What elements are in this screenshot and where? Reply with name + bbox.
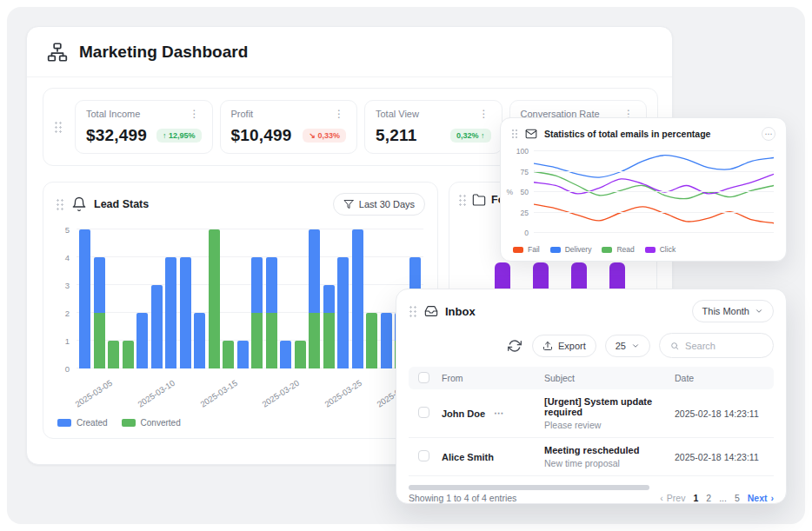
created-segment bbox=[165, 257, 176, 368]
stacked-bar[interactable] bbox=[381, 229, 392, 368]
column-header-subject: Subject bbox=[541, 373, 671, 383]
converted-segment bbox=[209, 229, 220, 368]
stacked-bar[interactable] bbox=[280, 229, 291, 368]
stacked-bar[interactable] bbox=[323, 229, 335, 368]
legend-label: Created bbox=[77, 418, 108, 428]
stacked-bar[interactable] bbox=[180, 229, 191, 368]
converted-segment bbox=[123, 341, 134, 368]
created-segment bbox=[79, 229, 90, 368]
row-checkbox[interactable] bbox=[418, 407, 429, 418]
prev-button[interactable]: ‹ Prev bbox=[660, 493, 685, 503]
kebab-menu-icon[interactable]: ⋮ bbox=[188, 109, 202, 119]
select-all-checkbox[interactable] bbox=[418, 372, 429, 383]
lead-stats-legend: Created Converted bbox=[57, 418, 181, 428]
email-preview: New time proposal bbox=[544, 458, 668, 468]
row-menu-button[interactable]: ⋯ bbox=[494, 408, 504, 419]
filter-button[interactable]: Last 30 Days bbox=[333, 193, 425, 216]
search-icon bbox=[670, 341, 679, 351]
drag-handle-icon[interactable] bbox=[511, 129, 518, 139]
kebab-menu-icon[interactable]: ⋮ bbox=[477, 109, 491, 119]
page-1[interactable]: 1 bbox=[693, 493, 698, 503]
widget-menu-button[interactable]: ⋯ bbox=[762, 127, 775, 141]
gridline bbox=[534, 232, 774, 233]
stacked-bar[interactable] bbox=[194, 229, 205, 368]
scrollbar-thumb[interactable] bbox=[409, 485, 649, 490]
email-subject: Meeting rescheduled bbox=[544, 445, 668, 455]
created-segment bbox=[381, 313, 392, 368]
created-segment bbox=[94, 257, 105, 313]
stacked-bar[interactable] bbox=[337, 229, 349, 368]
inbox-card: Inbox This Month bbox=[396, 289, 787, 504]
email-stats-svg bbox=[534, 151, 774, 233]
stat-card-total-view: Total View ⋮ 5,211 0,32% ↑ bbox=[364, 100, 503, 154]
created-segment bbox=[323, 285, 335, 313]
table-row[interactable]: Alice Smith Meeting rescheduled New time… bbox=[409, 438, 774, 476]
stacked-bar[interactable] bbox=[209, 229, 220, 368]
stacked-bar[interactable] bbox=[223, 229, 234, 368]
legend-item-created: Created bbox=[57, 418, 108, 428]
created-segment bbox=[309, 229, 320, 313]
gridline bbox=[534, 191, 774, 192]
page-size-dropdown[interactable]: 25 bbox=[605, 335, 650, 357]
stat-value: $32,499 bbox=[86, 126, 147, 145]
stacked-bar[interactable] bbox=[295, 229, 306, 368]
page-5[interactable]: 5 bbox=[735, 493, 740, 503]
table-row[interactable]: John Doe ⋯ [Urgent] System update requir… bbox=[409, 389, 774, 438]
stacked-bar[interactable] bbox=[251, 229, 263, 368]
export-button[interactable]: Export bbox=[532, 335, 596, 357]
y-tick-label: 3 bbox=[65, 281, 70, 290]
page-2[interactable]: 2 bbox=[706, 493, 711, 503]
stacked-bar[interactable] bbox=[165, 229, 176, 368]
drag-handle-icon[interactable] bbox=[56, 198, 64, 211]
search-box[interactable] bbox=[659, 333, 774, 358]
line-series-fail bbox=[534, 204, 774, 223]
converted-segment bbox=[323, 313, 335, 368]
lead-stats-widget: Lead Stats Last 30 Days 012345 2025-03-0… bbox=[43, 182, 438, 439]
stacked-bar[interactable] bbox=[123, 229, 134, 368]
lead-stats-header: Lead Stats Last 30 Days bbox=[43, 183, 437, 226]
stacked-bar[interactable] bbox=[266, 229, 277, 368]
search-input[interactable] bbox=[685, 341, 762, 351]
drag-handle-icon[interactable] bbox=[54, 121, 63, 134]
created-segment bbox=[237, 341, 249, 368]
delivery-swatch bbox=[550, 247, 561, 253]
kebab-menu-icon[interactable]: ⋮ bbox=[332, 109, 346, 119]
y-axis-label: % bbox=[506, 188, 513, 196]
legend-label: Fail bbox=[528, 245, 540, 254]
converted-segment bbox=[94, 313, 105, 368]
period-dropdown[interactable]: This Month bbox=[692, 300, 774, 322]
converted-swatch bbox=[122, 419, 136, 427]
row-checkbox[interactable] bbox=[418, 450, 429, 461]
column-header-date: Date bbox=[671, 373, 774, 383]
lead-stats-xaxis: 2025-03-052025-03-102025-03-152025-03-20… bbox=[77, 370, 423, 410]
stacked-bar[interactable] bbox=[79, 229, 90, 368]
stacked-bar[interactable] bbox=[366, 229, 377, 368]
next-button[interactable]: Next › bbox=[748, 493, 774, 503]
drag-handle-icon[interactable] bbox=[409, 305, 417, 318]
created-segment bbox=[352, 229, 363, 368]
read-swatch bbox=[602, 247, 612, 253]
stacked-bar[interactable] bbox=[151, 229, 163, 368]
legend-item-fail: Fail bbox=[513, 245, 540, 254]
drag-handle-icon[interactable] bbox=[458, 194, 467, 207]
refresh-button[interactable] bbox=[506, 337, 523, 355]
email-stats-plot: % 0255075100 bbox=[534, 151, 774, 233]
legend-label: Converted bbox=[141, 418, 181, 428]
column-header-from: From bbox=[438, 373, 541, 383]
fail-swatch bbox=[513, 247, 523, 253]
stacked-bar[interactable] bbox=[136, 229, 148, 368]
x-tick-label: 2025-03-15 bbox=[198, 378, 239, 409]
stacked-bar[interactable] bbox=[108, 229, 119, 368]
stacked-bar[interactable] bbox=[352, 229, 363, 368]
stat-label: Profit bbox=[231, 109, 254, 119]
stacked-bar[interactable] bbox=[94, 229, 105, 368]
converted-segment bbox=[223, 341, 234, 368]
screen: Marketing Dashboard Total Income ⋮ $32,4… bbox=[0, 0, 812, 531]
stacked-bar[interactable] bbox=[309, 229, 320, 368]
filter-label: Last 30 Days bbox=[359, 199, 415, 209]
stacked-bar[interactable] bbox=[237, 229, 249, 368]
chevron-left-icon: ‹ bbox=[660, 493, 663, 503]
converted-segment bbox=[366, 313, 377, 368]
y-tick-label: 0 bbox=[524, 229, 529, 237]
created-segment bbox=[337, 257, 349, 368]
